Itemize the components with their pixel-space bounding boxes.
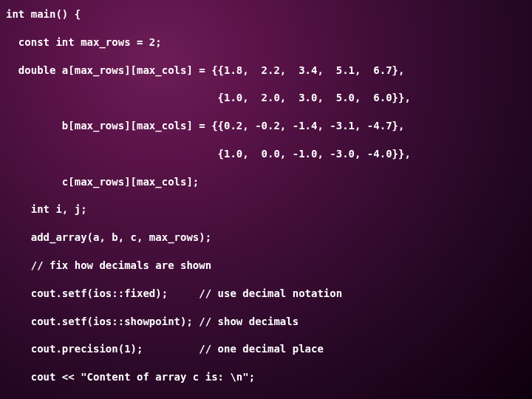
code-line: {1.0, 2.0, 3.0, 5.0, 6.0}},: [6, 91, 526, 105]
code-line: cout.setf(ios::fixed); // use decimal no…: [6, 287, 526, 301]
code-line: int main() {: [6, 7, 526, 21]
code-line: // fix how decimals are shown: [6, 259, 526, 273]
code-line: c[max_rows][max_cols];: [6, 175, 526, 189]
code-line: add_array(a, b, c, max_rows);: [6, 231, 526, 245]
code-block: int main() { const int max_rows = 2; dou…: [0, 0, 532, 399]
code-line: cout << "Content of array c is: \n";: [6, 370, 526, 384]
code-line: cout.setf(ios::showpoint); // show decim…: [6, 315, 526, 329]
code-line: double a[max_rows][max_cols] = {{1.8, 2.…: [6, 64, 526, 78]
code-line: cout.precision(1); // one decimal place: [6, 342, 526, 356]
code-line: b[max_rows][max_cols] = {{0.2, -0.2, -1.…: [6, 119, 526, 133]
code-line: {1.0, 0.0, -1.0, -3.0, -4.0}},: [6, 147, 526, 161]
code-line: int i, j;: [6, 202, 526, 216]
code-line: const int max_rows = 2;: [6, 35, 526, 50]
